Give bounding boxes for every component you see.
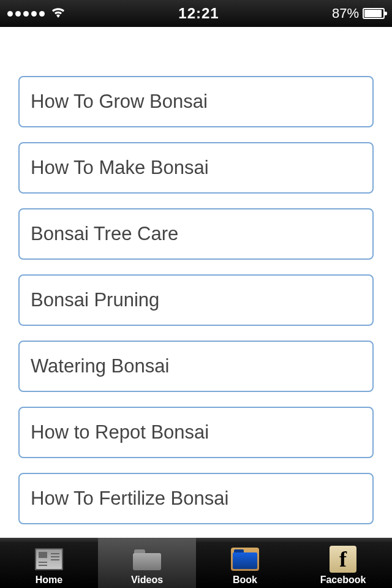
content-area: How To Grow Bonsai How To Make Bonsai Bo…: [0, 27, 392, 538]
wifi-icon: [51, 6, 66, 21]
list-item-label: Watering Bonsai: [31, 355, 169, 377]
list-item[interactable]: How To Make Bonsai: [18, 142, 374, 194]
list-item-label: Bonsai Tree Care: [31, 223, 178, 244]
list-item-label: Bonsai Pruning: [31, 289, 159, 311]
newspaper-icon: [34, 545, 64, 573]
facebook-icon: f: [328, 545, 358, 573]
list-item-label: How To Make Bonsai: [31, 157, 209, 178]
scroll-area[interactable]: How To Grow Bonsai How To Make Bonsai Bo…: [0, 27, 392, 538]
folder-icon: [132, 545, 162, 573]
list-item[interactable]: How To Fertilize Bonsai: [18, 473, 374, 524]
list-item[interactable]: How to Repot Bonsai: [18, 407, 374, 458]
battery-icon: [363, 8, 385, 19]
tab-book[interactable]: Book: [196, 538, 294, 588]
list-item-label: How to Repot Bonsai: [31, 421, 209, 443]
signal-strength-icon: [7, 11, 45, 17]
status-battery: 87%: [332, 6, 385, 21]
book-folder-icon: [230, 545, 260, 573]
tab-facebook[interactable]: f Facebook: [294, 538, 392, 588]
tab-videos[interactable]: Videos: [98, 538, 196, 588]
battery-percent: 87%: [332, 6, 359, 21]
tab-label: Facebook: [320, 575, 366, 586]
tab-home[interactable]: Home: [0, 538, 98, 588]
tab-label: Home: [36, 575, 62, 586]
tab-label: Book: [233, 575, 257, 586]
list-item-label: How To Fertilize Bonsai: [31, 488, 228, 509]
tab-label: Videos: [131, 575, 163, 586]
list-item[interactable]: Bonsai Tree Care: [18, 208, 374, 260]
status-left: [7, 6, 66, 21]
list-item-label: How To Grow Bonsai: [31, 91, 208, 112]
status-time: 12:21: [178, 5, 219, 22]
list-item[interactable]: How To Grow Bonsai: [18, 76, 374, 127]
list-item[interactable]: Bonsai Pruning: [18, 274, 374, 326]
list-item[interactable]: Watering Bonsai: [18, 341, 374, 392]
tab-bar: Home Videos Book f Facebook: [0, 538, 392, 588]
status-bar: 12:21 87%: [0, 0, 392, 27]
